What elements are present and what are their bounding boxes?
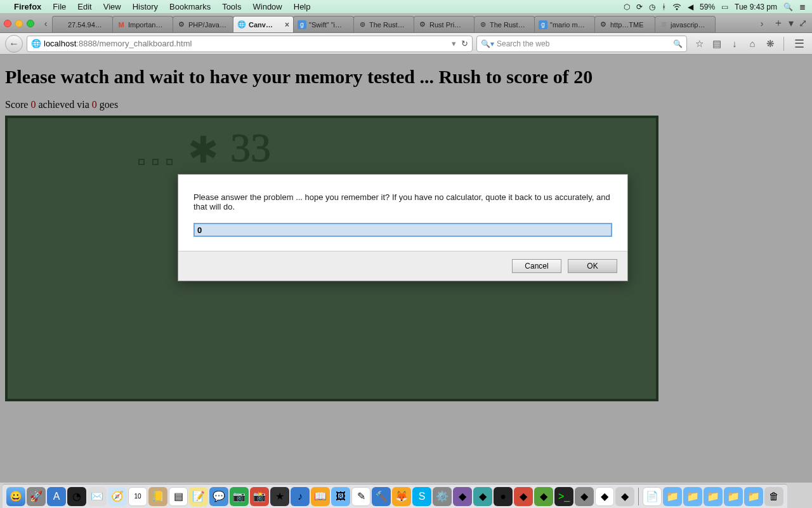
volume-icon[interactable]: ◀ bbox=[688, 3, 693, 11]
imovie-icon[interactable]: ★ bbox=[270, 487, 289, 506]
contacts-icon[interactable]: 📒 bbox=[148, 487, 167, 506]
launchpad-icon[interactable]: 🚀 bbox=[27, 487, 46, 506]
appicon[interactable]: ● bbox=[494, 487, 513, 506]
bluetooth-icon[interactable]: ᚼ bbox=[662, 3, 666, 11]
wifi-icon[interactable] bbox=[672, 3, 681, 11]
back-button[interactable]: ← bbox=[5, 35, 23, 53]
tab-0[interactable]: 27.54.94… bbox=[52, 16, 113, 32]
cancel-button[interactable]: Cancel bbox=[512, 259, 561, 273]
appicon[interactable]: ◆ bbox=[534, 487, 553, 506]
firefox-icon[interactable]: 🦊 bbox=[392, 487, 411, 506]
downloads-stack-icon[interactable]: 📄 bbox=[643, 487, 662, 506]
notes-icon[interactable]: 📝 bbox=[189, 487, 208, 506]
url-bar[interactable]: 🌐 localhost:8888/memory_chalkboard.html … bbox=[27, 36, 473, 52]
system-preferences-icon[interactable]: ⚙️ bbox=[433, 487, 452, 506]
reminders-icon[interactable]: ▤ bbox=[169, 487, 188, 506]
rust-icon: ⊚ bbox=[358, 20, 367, 29]
site-identity-icon[interactable]: 🌐 bbox=[31, 39, 41, 49]
dropmarker-icon[interactable]: ▾ bbox=[452, 39, 456, 48]
close-tab-icon[interactable]: × bbox=[285, 20, 289, 29]
menu-edit[interactable]: Edit bbox=[77, 2, 91, 11]
folder-icon[interactable]: 📁 bbox=[683, 487, 702, 506]
minimize-window-button[interactable] bbox=[15, 20, 23, 27]
dropbox-icon[interactable]: ⬡ bbox=[624, 3, 630, 11]
tab-7[interactable]: ⊚The Rust… bbox=[474, 16, 535, 32]
tab-8[interactable]: g"mario m… bbox=[534, 16, 595, 32]
fullscreen-button[interactable]: ⤢ bbox=[799, 17, 807, 29]
appicon[interactable]: ◆ bbox=[473, 487, 492, 506]
tab-3-active[interactable]: 🌐Canv…× bbox=[233, 16, 294, 32]
search-bar[interactable]: 🔍▾ Search the web 🔍 bbox=[476, 36, 687, 52]
hamburger-menu-button[interactable]: ☰ bbox=[792, 37, 807, 51]
tab-2[interactable]: ⚙PHP/Java… bbox=[173, 16, 233, 32]
reading-list-icon[interactable]: ▤ bbox=[711, 38, 723, 50]
bookmark-star-icon[interactable]: ☆ bbox=[693, 38, 705, 50]
menu-help[interactable]: Help bbox=[294, 2, 311, 11]
downloads-icon[interactable]: ↓ bbox=[729, 38, 740, 50]
messages-icon[interactable]: 💬 bbox=[209, 487, 228, 506]
close-window-button[interactable] bbox=[4, 20, 11, 27]
itunes-icon[interactable]: ♪ bbox=[291, 487, 310, 506]
battery-icon[interactable]: ▭ bbox=[721, 3, 728, 11]
clock[interactable]: Tue 9:43 pm bbox=[735, 3, 777, 11]
finder-icon[interactable]: 😀 bbox=[6, 487, 25, 506]
tab-5[interactable]: ⊚The Rust… bbox=[353, 16, 414, 32]
textedit-icon[interactable]: ✎ bbox=[351, 487, 370, 506]
calendar-icon[interactable]: 10 bbox=[128, 487, 147, 506]
gmail-icon: M bbox=[117, 20, 126, 29]
spotlight-icon[interactable]: 🔍 bbox=[783, 3, 793, 11]
ok-button[interactable]: OK bbox=[568, 259, 617, 273]
facetime-icon[interactable]: 📷 bbox=[230, 487, 249, 506]
notifications-icon[interactable]: ≣ bbox=[799, 3, 806, 11]
folder-icon[interactable]: 📁 bbox=[663, 487, 682, 506]
new-tab-button[interactable]: ＋ bbox=[773, 17, 783, 30]
photobooth-icon[interactable]: 📸 bbox=[250, 487, 269, 506]
dashboard-icon[interactable]: ◔ bbox=[67, 487, 86, 506]
appicon[interactable]: ◆ bbox=[595, 487, 614, 506]
menu-bookmarks[interactable]: Bookmarks bbox=[169, 2, 211, 11]
tab-10[interactable]: ≣javascrip… bbox=[655, 16, 716, 32]
folder-icon[interactable]: 📁 bbox=[724, 487, 743, 506]
appicon[interactable]: ◆ bbox=[453, 487, 472, 506]
terminal-icon[interactable]: >_ bbox=[554, 487, 573, 506]
tab-4[interactable]: g"Swift" "i… bbox=[293, 16, 354, 32]
search-go-icon[interactable]: 🔍 bbox=[673, 39, 683, 48]
preview-icon[interactable]: 🖼 bbox=[331, 487, 350, 506]
menu-file[interactable]: File bbox=[53, 2, 66, 11]
menu-window[interactable]: Window bbox=[253, 2, 282, 11]
tab-label: Canv… bbox=[249, 21, 283, 29]
reload-button[interactable]: ↻ bbox=[461, 39, 468, 48]
menu-tools[interactable]: Tools bbox=[222, 2, 241, 11]
appicon[interactable]: ◆ bbox=[514, 487, 533, 506]
appicon[interactable]: ◆ bbox=[615, 487, 634, 506]
app-menu[interactable]: Firefox bbox=[14, 2, 41, 11]
all-tabs-button[interactable]: ▾ bbox=[789, 17, 794, 29]
addon-icon[interactable]: ❋ bbox=[764, 38, 776, 50]
skype-icon[interactable]: S bbox=[412, 487, 431, 506]
dock-separator bbox=[638, 488, 639, 505]
folder-icon[interactable]: 📁 bbox=[744, 487, 763, 506]
menu-history[interactable]: History bbox=[133, 2, 158, 11]
tab-1[interactable]: MImportan… bbox=[112, 16, 173, 32]
timemachine-icon[interactable]: ◷ bbox=[649, 3, 655, 11]
safari-icon[interactable]: 🧭 bbox=[108, 487, 127, 506]
mail-icon[interactable]: ✉️ bbox=[88, 487, 107, 506]
trash-icon[interactable]: 🗑 bbox=[764, 487, 783, 506]
sync-icon[interactable]: ⟳ bbox=[636, 3, 643, 11]
tab-overflow-left-button[interactable]: ‹ bbox=[39, 17, 52, 30]
ibooks-icon[interactable]: 📖 bbox=[311, 487, 330, 506]
zoom-window-button[interactable] bbox=[27, 20, 34, 27]
xcode-icon[interactable]: 🔨 bbox=[372, 487, 391, 506]
svg-point-0 bbox=[676, 8, 678, 10]
menu-view[interactable]: View bbox=[103, 2, 121, 11]
tab-label: "mario m… bbox=[550, 21, 591, 29]
tab-6[interactable]: ⚙Rust Pri… bbox=[414, 16, 475, 32]
tab-overflow-right-button[interactable]: › bbox=[756, 17, 768, 30]
search-engine-icon[interactable]: 🔍▾ bbox=[481, 39, 494, 48]
folder-icon[interactable]: 📁 bbox=[704, 487, 723, 506]
app-store-icon[interactable]: A bbox=[47, 487, 66, 506]
appicon[interactable]: ◆ bbox=[575, 487, 594, 506]
prompt-input[interactable] bbox=[193, 223, 612, 237]
home-icon[interactable]: ⌂ bbox=[747, 38, 758, 50]
tab-9[interactable]: ⚙http…TME bbox=[594, 16, 655, 32]
